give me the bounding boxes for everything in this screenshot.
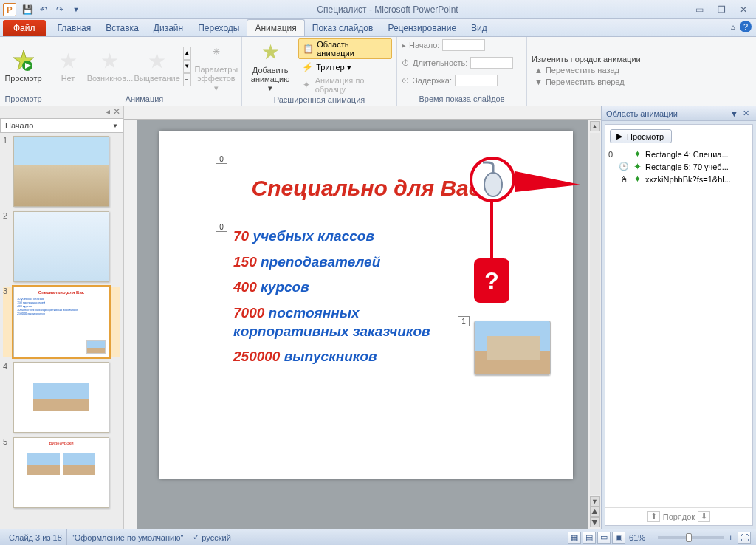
animation-pane-toggle[interactable]: 📋Область анимации [298, 38, 392, 59]
preview-button[interactable]: Просмотр [4, 47, 42, 84]
app-icon: P [3, 3, 16, 16]
slide-thumbnails-panel: ◂✕ Начало▼ 1 2 ✦3Специально для Вас70 уч… [0, 106, 124, 529]
gallery-up-icon[interactable]: ▲ [183, 47, 191, 60]
gallery-more-icon[interactable]: ≡ [183, 73, 191, 86]
title-bar: P 💾 ↶ ↷ ▼ Специалист - Microsoft PowerPo… [0, 0, 756, 19]
qat-undo-icon[interactable]: ↶ [37, 3, 50, 16]
effect-star-icon: ✦ [632, 174, 642, 185]
tab-review[interactable]: Рецензирование [380, 20, 464, 36]
close-button[interactable]: ✕ [737, 4, 750, 15]
tab-insert[interactable]: Вставка [98, 20, 146, 36]
annotation-circle [470, 157, 515, 202]
duration-input[interactable] [470, 57, 513, 69]
zoom-in-icon[interactable]: + [729, 533, 733, 542]
canvas-scrollbar[interactable]: ▲ ▼ ⯅ ⯆ [588, 120, 601, 529]
star-icon: ★ [145, 49, 169, 72]
anim-pane-close-icon[interactable]: ✕ [740, 109, 752, 118]
clock-trigger-icon: 🕒 [619, 162, 629, 171]
mouse-trigger-large-icon [472, 160, 512, 199]
reorder-forward-button[interactable]: ▼ Переместить вперед [532, 77, 641, 87]
reorder-up-icon[interactable]: ⬆ [647, 511, 660, 522]
anim-pane-dropdown-icon[interactable]: ▼ [728, 109, 740, 118]
annotation-connector [490, 202, 493, 260]
trigger-button[interactable]: ⚡Триггер ▾ [298, 61, 392, 74]
view-sorter-button[interactable]: ▤ [583, 532, 596, 544]
gallery-down-icon[interactable]: ▼ [183, 60, 191, 73]
next-slide-icon[interactable]: ⯆ [590, 517, 600, 527]
tab-home[interactable]: Главная [50, 20, 99, 36]
effect-star-icon: ✦ [632, 148, 642, 160]
scroll-up-icon[interactable]: ▲ [590, 121, 600, 131]
status-theme: "Оформление по умолчанию" [67, 529, 189, 545]
tab-slideshow[interactable]: Показ слайдов [305, 20, 381, 36]
tab-file[interactable]: Файл [3, 20, 46, 36]
status-bar: Слайд 3 из 18 "Оформление по умолчанию" … [0, 529, 756, 545]
anim-seq-badge-image[interactable]: 1 [458, 316, 470, 326]
mouse-trigger-icon: 🖱 [619, 175, 629, 184]
effect-star-icon: ✦ [632, 161, 642, 172]
qat-redo-icon[interactable]: ↷ [53, 3, 66, 16]
zoom-fit-button[interactable]: ⛶ [738, 532, 751, 544]
slide-canvas-area: 0 Специально для Вас 0 70 учебных классо… [124, 106, 601, 529]
qat-customize-icon[interactable]: ▼ [69, 3, 83, 16]
view-reading-button[interactable]: ▭ [597, 532, 611, 544]
thumb-slide-1[interactable]: 1 [3, 136, 120, 207]
ribbon-minimize-icon[interactable]: ▵ [731, 21, 735, 32]
animation-fade[interactable]: ★Выцветание [136, 47, 179, 84]
minimize-button[interactable]: ▭ [693, 4, 706, 15]
tab-animation[interactable]: Анимация [247, 19, 304, 36]
annotation-pointer [515, 171, 580, 192]
anim-item-3[interactable]: 🖱 ✦ xxzkiNphhBk?fs=1&hl... [605, 173, 752, 185]
status-language[interactable]: ✓русский [188, 529, 236, 545]
spellcheck-icon: ✓ [193, 532, 199, 542]
ribbon-tabs: Файл Главная Вставка Дизайн Переходы Ани… [0, 19, 756, 37]
preview-star-icon [12, 49, 35, 72]
tab-design[interactable]: Дизайн [146, 20, 190, 36]
pane-icon: 📋 [302, 43, 314, 55]
thumb-slide-5[interactable]: 5Видеоуроки [3, 437, 120, 508]
slide-image[interactable] [474, 321, 551, 375]
view-normal-button[interactable]: ▦ [568, 532, 581, 544]
maximize-button[interactable]: ❐ [715, 4, 728, 15]
trigger-icon: ⚡ [301, 61, 313, 73]
help-button[interactable]: ? [740, 21, 752, 32]
delay-input[interactable] [455, 75, 498, 86]
play-icon: ▶ [616, 131, 622, 141]
thumb-slide-3[interactable]: ✦3Специально для Вас70 учебных классов15… [3, 287, 120, 357]
slide-editor[interactable]: 0 Специально для Вас 0 70 учебных классо… [159, 131, 573, 479]
view-slideshow-button[interactable]: ▣ [612, 532, 625, 544]
thumbs-dropdown[interactable]: Начало▼ [0, 118, 123, 133]
star-icon: ★ [98, 49, 122, 72]
window-title: Специалист - Microsoft PowerPoint [83, 4, 693, 15]
anim-seq-badge-list[interactable]: 0 [216, 222, 227, 232]
prev-slide-icon[interactable]: ⯅ [590, 507, 600, 517]
anim-item-2[interactable]: 🕒 ✦ Rectangle 5: 70 учеб... [605, 160, 752, 173]
animation-appear[interactable]: ★Возникнов... [89, 47, 131, 84]
thumb-slide-4[interactable]: 4 [3, 362, 120, 433]
scroll-down-icon[interactable]: ▼ [590, 496, 600, 507]
thumbs-close-icon[interactable]: ✕ [113, 106, 120, 118]
anim-play-button[interactable]: ▶Просмотр [610, 129, 672, 143]
tab-transitions[interactable]: Переходы [190, 20, 247, 36]
effect-options-button[interactable]: ✳Параметры эффектов ▾ [196, 38, 237, 93]
animation-none[interactable]: ★Нет [52, 47, 84, 84]
zoom-percent[interactable]: 61% [626, 533, 648, 542]
thumbs-left-icon[interactable]: ◂ [106, 106, 110, 118]
zoom-slider[interactable] [658, 536, 724, 539]
reorder-back-button[interactable]: ▲ Переместить назад [532, 65, 641, 75]
add-animation-icon: ★ [258, 41, 282, 64]
qat-save-icon[interactable]: 💾 [21, 3, 34, 16]
animation-painter-button[interactable]: ✦Анимация по образцу [298, 75, 392, 95]
reorder-label: Порядок [663, 513, 695, 521]
reorder-down-icon[interactable]: ⬇ [698, 511, 710, 522]
thumb-slide-2[interactable]: 2 [3, 211, 120, 282]
anim-item-1[interactable]: 0 ✦ Rectangle 4: Специа... [605, 148, 752, 160]
tab-view[interactable]: Вид [464, 20, 495, 36]
anim-seq-badge-title[interactable]: 0 [216, 154, 227, 164]
ruler-vertical [124, 120, 137, 529]
slide-list[interactable]: 70 учебных классов 150 преподавателей 40… [233, 227, 447, 374]
add-animation-button[interactable]: ★Добавить анимацию ▾ [247, 39, 294, 94]
zoom-out-icon[interactable]: − [648, 533, 653, 542]
star-icon: ★ [56, 49, 80, 72]
start-select[interactable] [442, 39, 485, 51]
